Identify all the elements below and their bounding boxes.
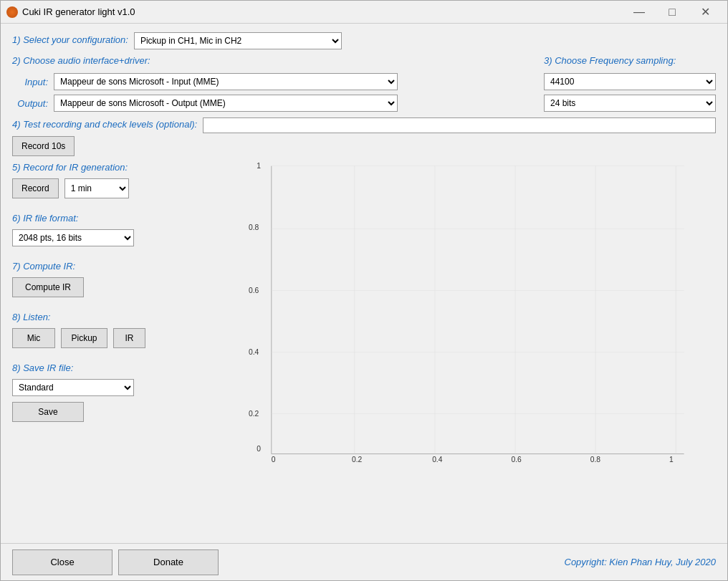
- close-button[interactable]: Close: [12, 549, 112, 575]
- chart-area: 1 0.8 0.6 0.4 0.2 0 0 0.2 0.4 0.6 0.8 1: [224, 162, 716, 472]
- section1-label: 1) Select your configuration:: [12, 34, 128, 45]
- y-label-04: 0.4: [249, 348, 259, 356]
- section5-container: 5) Record for IR generation: Record 30 s…: [12, 162, 216, 198]
- mic-button[interactable]: Mic: [12, 328, 55, 348]
- y-label-06: 0.6: [249, 287, 259, 294]
- main-body: 5) Record for IR generation: Record 30 s…: [12, 162, 716, 534]
- chart-svg: 1 0.8 0.6 0.4 0.2 0 0 0.2 0.4 0.6 0.8 1: [224, 162, 716, 470]
- input-row: Input: Mappeur de sons Microsoft - Input…: [12, 73, 530, 90]
- close-window-button[interactable]: ✕: [689, 1, 722, 24]
- compute-ir-button[interactable]: Compute IR: [12, 277, 84, 297]
- save-format-select[interactable]: Standard Wav 16 bits Wav 24 bits: [12, 379, 134, 396]
- record-button[interactable]: Record: [12, 178, 59, 198]
- ir-format-select[interactable]: 2048 pts, 16 bits 4096 pts, 16 bits 8192…: [12, 229, 134, 246]
- pickup-button[interactable]: Pickup: [61, 328, 107, 348]
- section6-label: 6) IR file format:: [12, 213, 216, 224]
- config-select[interactable]: Pickup in CH1, Mic in CH2 Mic in CH1, Pi…: [134, 32, 342, 49]
- donate-button[interactable]: Donate: [118, 549, 219, 575]
- section2-label: 2) Choose audio interface+driver:: [12, 55, 530, 66]
- x-label-0: 0: [272, 456, 276, 464]
- section6-controls: 2048 pts, 16 bits 4096 pts, 16 bits 8192…: [12, 229, 216, 246]
- y-label-08: 0.8: [249, 224, 259, 231]
- y-label-02: 0.2: [249, 410, 259, 418]
- footer: Close Donate Copyright: Kien Phan Huy, J…: [1, 543, 727, 580]
- window-controls: — □ ✕: [623, 1, 722, 24]
- window-title: Cuki IR generator light v1.0: [22, 6, 623, 17]
- section3-label: 3) Choose Frequency sampling:: [544, 55, 716, 66]
- level-bar: [203, 117, 716, 133]
- section2-3-row: 2) Choose audio interface+driver: Input:…: [12, 55, 716, 112]
- save-button[interactable]: Save: [12, 402, 84, 422]
- output-row: Output: Mappeur de sons Microsoft - Outp…: [12, 95, 530, 112]
- x-label-06: 0.6: [511, 456, 522, 464]
- bits-select[interactable]: 16 bits 24 bits 32 bits: [544, 95, 716, 112]
- section4-btn-row: Record 10s: [12, 136, 716, 156]
- freq-select[interactable]: 44100 48000 96000: [544, 73, 716, 90]
- ir-button[interactable]: IR: [113, 328, 145, 348]
- copyright-text: Copyright: Kien Phan Huy, July 2020: [565, 557, 717, 567]
- section4-container: 4) Test recording and check levels (opti…: [12, 117, 716, 156]
- section8b-label: 8) Save IR file:: [12, 362, 216, 373]
- app-icon: [6, 6, 18, 18]
- record10s-button[interactable]: Record 10s: [12, 136, 75, 156]
- footer-left: Close Donate: [12, 549, 219, 575]
- duration-select[interactable]: 30 s 1 min 2 min 5 min: [64, 178, 129, 198]
- output-device-select[interactable]: Mappeur de sons Microsoft - Output (MME): [54, 95, 398, 112]
- titlebar: Cuki IR generator light v1.0 — □ ✕: [1, 1, 727, 24]
- output-label: Output:: [12, 98, 48, 109]
- y-label-1: 1: [257, 162, 261, 170]
- section5-controls: Record 30 s 1 min 2 min 5 min: [12, 178, 216, 198]
- section8a-controls: Mic Pickup IR: [12, 328, 216, 348]
- section4-header: 4) Test recording and check levels (opti…: [12, 117, 716, 133]
- section8a-container: 8) Listen: Mic Pickup IR: [12, 312, 216, 348]
- x-label-1: 1: [669, 456, 674, 464]
- x-label-04: 0.4: [432, 456, 443, 464]
- input-device-select[interactable]: Mappeur de sons Microsoft - Input (MME): [54, 73, 398, 90]
- section8b-container: 8) Save IR file: Standard Wav 16 bits Wa…: [12, 362, 216, 422]
- section8b-format-row: Standard Wav 16 bits Wav 24 bits: [12, 379, 216, 396]
- x-label-08: 0.8: [590, 456, 601, 464]
- main-content: 1) Select your configuration: Pickup in …: [1, 24, 727, 543]
- section5-label: 5) Record for IR generation:: [12, 162, 216, 173]
- maximize-button[interactable]: □: [656, 1, 689, 24]
- y-label-0: 0: [257, 445, 261, 453]
- section8a-label: 8) Listen:: [12, 312, 216, 322]
- main-window: Cuki IR generator light v1.0 — □ ✕ 1) Se…: [0, 0, 728, 581]
- section3-container: 3) Choose Frequency sampling: 44100 4800…: [544, 55, 716, 112]
- section4-label: 4) Test recording and check levels (opti…: [12, 119, 197, 130]
- section2-container: 2) Choose audio interface+driver: Input:…: [12, 55, 530, 112]
- minimize-button[interactable]: —: [623, 1, 656, 24]
- section7-label: 7) Compute IR:: [12, 261, 216, 272]
- section7-container: 7) Compute IR: Compute IR: [12, 261, 216, 297]
- input-label: Input:: [12, 77, 48, 87]
- section6-container: 6) IR file format: 2048 pts, 16 bits 409…: [12, 213, 216, 246]
- x-label-02: 0.2: [352, 456, 363, 464]
- section1: 1) Select your configuration: Pickup in …: [12, 32, 716, 49]
- left-panel: 5) Record for IR generation: Record 30 s…: [12, 162, 216, 422]
